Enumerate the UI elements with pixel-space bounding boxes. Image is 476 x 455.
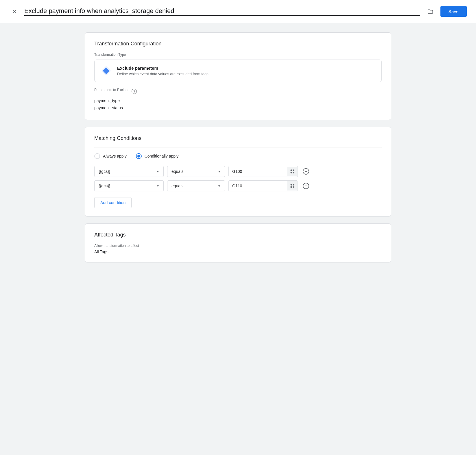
divider-1 [94, 147, 382, 147]
variable-dropdown-2[interactable]: {{gcs}} ▼ [94, 180, 164, 191]
matching-conditions-card: Matching Conditions Always apply Conditi… [85, 127, 391, 217]
conditionally-apply-option[interactable]: Conditionally apply [136, 153, 179, 159]
variable-dropdown-1[interactable]: {{gcs}} ▼ [94, 166, 164, 177]
variable-dropdown-2-arrow: ▼ [156, 184, 159, 188]
svg-rect-10 [291, 184, 292, 186]
operator-dropdown-2[interactable]: equals ▼ [167, 180, 225, 191]
svg-rect-11 [293, 184, 294, 186]
operator-dropdown-1[interactable]: equals ▼ [167, 166, 225, 177]
always-apply-label: Always apply [103, 154, 127, 158]
svg-rect-7 [293, 172, 294, 173]
transformation-type-info: Exclude parameters Define which event da… [117, 66, 209, 76]
svg-rect-5 [293, 170, 294, 171]
svg-rect-6 [291, 172, 292, 173]
grid-icon-button-1[interactable] [287, 167, 298, 176]
affected-tags-label: Allow transformation to affect [94, 244, 382, 248]
diamond-icon [100, 65, 112, 77]
affected-tags-title: Affected Tags [94, 232, 382, 238]
remove-condition-2-button[interactable] [301, 181, 311, 190]
grid-icon-button-2[interactable] [287, 181, 298, 190]
transformation-type-label: Transformation Type [94, 53, 382, 57]
remove-condition-1-button[interactable] [301, 167, 311, 176]
variable-dropdown-1-value: {{gcs}} [99, 169, 110, 174]
params-label: Parameters to Exclude [94, 88, 129, 92]
conditionally-apply-label: Conditionally apply [145, 154, 179, 158]
value-input-wrap-1 [228, 166, 298, 177]
help-icon[interactable]: ? [132, 89, 137, 94]
transformation-type-box: Exclude parameters Define which event da… [94, 60, 382, 82]
condition-row-2: {{gcs}} ▼ equals ▼ [94, 180, 382, 191]
svg-rect-13 [293, 186, 294, 188]
variable-dropdown-1-arrow: ▼ [156, 170, 159, 173]
affected-tags-card: Affected Tags Allow transformation to af… [85, 223, 391, 262]
value-input-2[interactable] [229, 181, 287, 191]
transformation-config-title: Transformation Configuration [94, 41, 382, 47]
close-button[interactable] [9, 6, 20, 17]
svg-rect-4 [291, 170, 292, 171]
conditionally-apply-radio[interactable] [136, 153, 142, 159]
params-label-row: Parameters to Exclude ? [94, 88, 382, 95]
always-apply-option[interactable]: Always apply [94, 153, 127, 159]
transformation-type-name: Exclude parameters [117, 66, 209, 71]
value-input-wrap-2 [228, 180, 298, 191]
svg-rect-12 [291, 186, 292, 188]
operator-dropdown-2-value: equals [171, 184, 183, 188]
transformation-config-card: Transformation Configuration Transformat… [85, 32, 391, 120]
params-section: Parameters to Exclude ? payment_type pay… [94, 88, 382, 112]
header: Exclude payment info when analytics_stor… [0, 0, 476, 23]
page-title: Exclude payment info when analytics_stor… [24, 7, 420, 16]
condition-row-1: {{gcs}} ▼ equals ▼ [94, 166, 382, 177]
radio-inner [137, 155, 140, 158]
variable-dropdown-2-value: {{gcs}} [99, 184, 110, 188]
operator-dropdown-2-arrow: ▼ [218, 184, 221, 188]
main-content: Transformation Configuration Transformat… [73, 23, 403, 272]
transformation-type-desc: Define which event data values are exclu… [117, 72, 209, 76]
matching-conditions-title: Matching Conditions [94, 135, 382, 141]
operator-dropdown-1-value: equals [171, 169, 183, 174]
param-value-1: payment_type [94, 97, 382, 104]
add-condition-button[interactable]: Add condition [94, 197, 132, 208]
always-apply-radio[interactable] [94, 153, 100, 159]
param-value-2: payment_status [94, 104, 382, 112]
folder-button[interactable] [425, 6, 436, 17]
value-input-1[interactable] [229, 166, 287, 177]
operator-dropdown-1-arrow: ▼ [218, 170, 221, 173]
radio-row: Always apply Conditionally apply [94, 153, 382, 159]
affected-tags-value: All Tags [94, 249, 382, 254]
save-button[interactable]: Save [440, 6, 467, 17]
